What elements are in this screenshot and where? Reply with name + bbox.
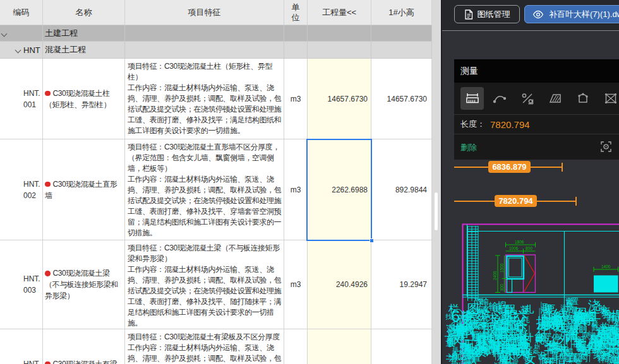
- svg-text:大: 大: [558, 345, 569, 358]
- col-header-building[interactable]: 1#小高: [371, 0, 432, 25]
- table-row[interactable]: HNT.001 C30现浇混凝土柱 （矩形柱、异型柱） 项目特征：C30现浇混凝…: [0, 59, 432, 139]
- polygon-area-icon: [603, 91, 618, 106]
- locate-icon[interactable]: [601, 141, 611, 152]
- svg-text:量: 量: [571, 305, 579, 314]
- svg-text:凝: 凝: [532, 349, 539, 355]
- svg-text:找: 找: [445, 314, 452, 320]
- vertical-scrollbar[interactable]: [432, 0, 441, 364]
- group-code: HNT: [23, 45, 40, 55]
- svg-text:磨: 磨: [462, 322, 473, 334]
- row-building[interactable]: 19.2947: [371, 240, 432, 329]
- table-row[interactable]: HNT.003 C30现浇混凝土梁 （不与板连接矩形梁和 异形梁） 项目特征：C…: [0, 240, 432, 329]
- row-code: HNT.003: [23, 273, 42, 296]
- polyline-icon: [492, 91, 507, 106]
- group-row-cell: [125, 25, 284, 42]
- row-building[interactable]: 892.9844: [371, 139, 432, 240]
- row-feature: 项目特征：C30现浇混凝土直形墙不区分厚度， （界定范围：包含女儿墙、飘窗侧墙，…: [125, 139, 284, 240]
- dimension-tick: [575, 197, 577, 206]
- row-quantity[interactable]: 14657.6730: [308, 59, 371, 139]
- eye-icon: [532, 10, 544, 19]
- svg-text:调: 调: [570, 314, 579, 322]
- table-header-row: 编码 名称 项目特征 单位 工程量<< 1#小高: [0, 0, 432, 25]
- svg-text:800: 800: [526, 246, 532, 250]
- row-quantity[interactable]: 240.4926: [308, 240, 371, 329]
- dimension-label[interactable]: 7820.794: [495, 195, 537, 207]
- col-header-name[interactable]: 名称: [43, 0, 125, 25]
- area-tool-button[interactable]: [543, 87, 567, 110]
- row-feature: 项目特征：C30现浇混凝土梁（不与板连接矩形 梁和异形梁） 工作内容：混凝土材料…: [125, 240, 284, 329]
- svg-text:1006: 1006: [509, 246, 519, 250]
- svg-text:女: 女: [544, 337, 553, 348]
- status-dot-icon: [45, 182, 51, 187]
- measure-tools: [454, 83, 619, 114]
- row-quantity[interactable]: [308, 329, 371, 364]
- row-unit: m3: [284, 240, 308, 329]
- group-name: 混凝土工程: [45, 44, 86, 56]
- svg-text:飘: 飘: [467, 355, 476, 364]
- row-name: C30现浇混凝土直形 墙: [45, 180, 117, 200]
- arc-area-icon: [575, 91, 591, 106]
- slope-icon: [520, 91, 535, 106]
- svg-text:栏: 栏: [448, 303, 459, 314]
- ruler-tool-button[interactable]: [460, 87, 484, 110]
- svg-text:调: 调: [499, 357, 512, 364]
- cad-viewer-panel: 图纸管理 补百叶大样(7)(1).dw 18061006800240015009…: [441, 0, 619, 364]
- cad-annotation-noise: 外飘女梁求墙叶外土理试浇送儿捣损捣构外耗土外计措设量女栏台配找补详块直清取板送凝…: [444, 297, 619, 364]
- svg-text:程: 程: [481, 314, 489, 322]
- collapse-icon[interactable]: [15, 47, 21, 53]
- dimension-label[interactable]: 6836.879: [488, 161, 531, 173]
- delete-measurement-button[interactable]: 删除: [460, 142, 477, 153]
- group-row-cell: [308, 25, 371, 42]
- group-row-cell: [284, 25, 308, 42]
- svg-text:设: 设: [571, 322, 579, 331]
- row-building[interactable]: 14657.6730: [371, 59, 432, 139]
- polyline-tool-button[interactable]: [488, 87, 512, 110]
- row-feature: 项目特征：C30现浇混凝土有梁板及不区分厚度 工作内容：混凝土材料场内外运输、泵…: [125, 329, 284, 364]
- measure-panel-title: 测量: [454, 59, 619, 83]
- slope-tool-button[interactable]: [516, 87, 539, 110]
- svg-text:结: 结: [577, 344, 588, 356]
- drawing-manage-button[interactable]: 图纸管理: [454, 5, 520, 23]
- arc-area-tool-button[interactable]: [571, 87, 594, 110]
- group-row-cell: [284, 42, 308, 59]
- polygon-area-tool-button[interactable]: [599, 87, 619, 110]
- col-header-code[interactable]: 编码: [0, 0, 43, 25]
- svg-text:1806: 1806: [515, 240, 524, 244]
- row-unit: [284, 329, 308, 364]
- scrollbar-thumb[interactable]: [435, 192, 438, 230]
- col-header-unit[interactable]: 单位: [284, 0, 308, 25]
- active-drawing-button[interactable]: 补百叶大样(7)(1).dw: [524, 5, 619, 23]
- svg-text:直: 直: [481, 305, 489, 314]
- viewer-toolbar: 图纸管理 补百叶大样(7)(1).dw: [442, 0, 619, 31]
- group-row-civil[interactable]: 土建工程: [0, 25, 432, 42]
- row-code: HNT.002: [23, 179, 42, 201]
- svg-text:验: 验: [599, 303, 608, 314]
- svg-text:耗: 耗: [481, 322, 489, 331]
- drawing-manage-label: 图纸管理: [478, 9, 510, 20]
- row-building[interactable]: [371, 329, 432, 364]
- svg-text:女: 女: [543, 316, 557, 332]
- svg-text:详: 详: [451, 355, 459, 363]
- col-header-quantity[interactable]: 工程量<<: [308, 0, 371, 25]
- selected-cell-outline[interactable]: [306, 139, 372, 241]
- length-label: 长度：: [460, 119, 485, 130]
- ruler-icon: [465, 91, 480, 106]
- svg-text:2400: 2400: [493, 271, 497, 280]
- col-header-feature[interactable]: 项目特征: [125, 0, 284, 25]
- svg-text:墙: 墙: [541, 359, 555, 364]
- dimension-tick: [562, 163, 563, 172]
- svg-text:置: 置: [571, 297, 579, 306]
- fill-handle[interactable]: [370, 238, 374, 243]
- group-row-concrete[interactable]: HNT 混凝土工程: [0, 42, 432, 59]
- row-code: HNT.004: [23, 358, 42, 364]
- svg-text:输: 输: [481, 297, 489, 306]
- col-header-unit-label: 单位: [291, 3, 301, 23]
- svg-text:损: 损: [612, 332, 619, 347]
- collapse-icon[interactable]: [1, 30, 8, 37]
- row-name: C30现浇混凝土有梁 板: [45, 360, 117, 364]
- svg-text:输: 输: [609, 311, 616, 320]
- svg-text:损: 损: [588, 334, 603, 351]
- active-drawing-label: 补百叶大样(7)(1).dw: [549, 9, 619, 20]
- table-row[interactable]: HNT.004 C30现浇混凝土有梁 板 项目特征：C30现浇混凝土有梁板及不区…: [0, 329, 432, 364]
- area-icon: [548, 91, 563, 106]
